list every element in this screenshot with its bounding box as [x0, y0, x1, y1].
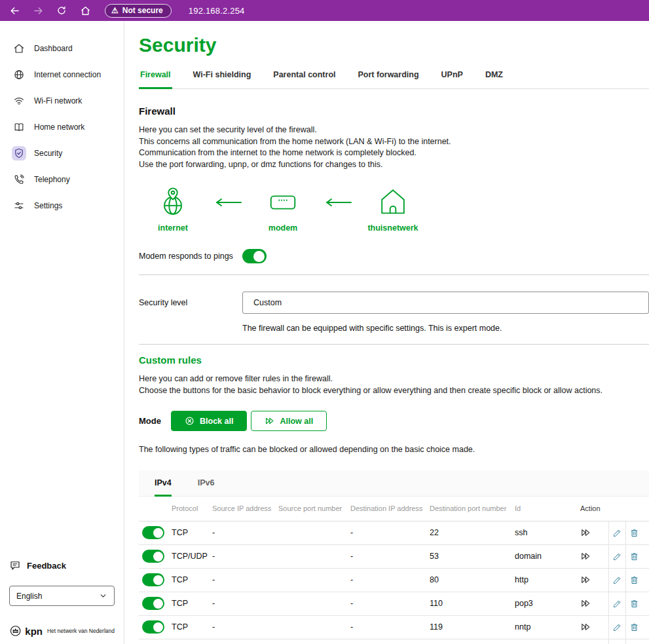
diagram-node-modem: modem — [251, 186, 314, 233]
refresh-icon — [56, 5, 67, 16]
header-destination-port: Destination port number — [430, 504, 515, 512]
circle-x-icon — [185, 416, 195, 426]
table-row: TCP - - 22 ssh — [139, 521, 649, 545]
cell-source-ip: - — [212, 545, 278, 568]
description-line: Use the port forwarding, upnp, or dmz fu… — [139, 159, 649, 171]
page-title: Security — [139, 34, 649, 56]
edit-rule-button[interactable] — [608, 592, 625, 615]
pencil-icon — [612, 552, 622, 561]
brand-name: kpn — [25, 626, 43, 637]
cell-destination-port: 80 — [430, 569, 515, 592]
address-url[interactable]: 192.168.2.254 — [189, 6, 245, 16]
cell-source-port — [278, 521, 350, 544]
network-diagram: internet modem — [141, 186, 649, 233]
rule-enabled-toggle[interactable] — [142, 620, 164, 634]
forward-button[interactable] — [31, 4, 45, 17]
delete-rule-button[interactable] — [625, 521, 642, 544]
tab-ipv4[interactable]: IPv4 — [155, 478, 172, 497]
trash-icon — [629, 528, 639, 538]
back-button[interactable] — [8, 4, 21, 17]
cell-source-port — [278, 616, 350, 639]
sidebar-item-home-network[interactable]: Home network — [0, 114, 124, 140]
diagram-label-modem: modem — [269, 223, 297, 233]
table-header-row: Protocol Source IP address Source port n… — [139, 497, 649, 521]
block-all-button[interactable]: Block all — [171, 411, 247, 431]
pencil-icon — [612, 575, 622, 585]
tab-dmz[interactable]: DMZ — [484, 65, 504, 88]
pencil-icon — [612, 599, 622, 609]
description-line: Here you can set the security level of t… — [139, 124, 649, 136]
cell-destination-port: 22 — [430, 521, 515, 544]
language-select[interactable]: English — [9, 586, 115, 606]
tab-upnp[interactable]: UPnP — [440, 65, 464, 88]
sidebar-item-security[interactable]: Security — [0, 140, 124, 166]
header-destination-ip: Destination IP address — [350, 504, 430, 512]
ping-setting-row: Modem responds to pings — [139, 249, 649, 263]
chevron-down-icon — [99, 592, 107, 600]
edit-rule-button[interactable] — [608, 616, 625, 639]
cell-destination-port: 110 — [430, 592, 515, 615]
tab-wifi-shielding[interactable]: Wi-Fi shielding — [192, 65, 253, 88]
sidebar-item-wifi-network[interactable]: Wi-Fi network — [0, 88, 124, 114]
not-secure-badge[interactable]: ⚠ Not secure — [105, 4, 172, 18]
trash-icon — [629, 622, 639, 632]
ping-toggle[interactable] — [242, 249, 267, 263]
cell-protocol: UDP — [172, 639, 212, 644]
tab-port-forwarding[interactable]: Port forwarding — [357, 65, 420, 88]
refresh-button[interactable] — [55, 4, 68, 17]
cell-destination-ip: - — [350, 639, 430, 644]
description-line: Communication from the internet to the h… — [139, 147, 649, 159]
delete-rule-button[interactable] — [625, 545, 642, 568]
delete-rule-button[interactable] — [625, 569, 642, 592]
edit-rule-button[interactable] — [608, 569, 625, 592]
feedback-button[interactable]: Feedback — [9, 559, 115, 571]
sliders-icon — [12, 199, 26, 213]
rule-enabled-toggle[interactable] — [142, 550, 164, 563]
rule-enabled-toggle[interactable] — [142, 526, 164, 539]
header-id: Id — [515, 504, 580, 512]
modem-icon — [267, 186, 299, 219]
trash-icon — [629, 575, 639, 585]
diagram-node-internet: internet — [141, 186, 204, 233]
sidebar: Dashboard Internet connection Wi-Fi netw… — [0, 21, 124, 644]
delete-rule-button[interactable] — [625, 592, 642, 615]
sidebar-item-internet-connection[interactable]: Internet connection — [0, 62, 124, 88]
sidebar-item-label: Internet connection — [34, 70, 101, 79]
brand-footer: kpn Het netwerk van Nederland — [9, 624, 115, 637]
rule-enabled-toggle[interactable] — [142, 573, 164, 586]
cell-id: ntp — [515, 639, 580, 644]
allow-all-button[interactable]: Allow all — [251, 411, 327, 431]
rule-enabled-toggle[interactable] — [142, 597, 164, 610]
cell-source-ip: - — [212, 521, 278, 544]
description-line: Choose the buttons for the basic behavio… — [139, 385, 649, 397]
tab-firewall[interactable]: Firewall — [139, 65, 172, 89]
description-line: Here you can add or remove filter rules … — [139, 373, 649, 385]
tab-parental-control[interactable]: Parental control — [272, 65, 337, 88]
sidebar-item-telephony[interactable]: Telephony — [0, 166, 124, 193]
security-level-select[interactable]: Custom — [242, 292, 649, 314]
edit-rule-button[interactable] — [608, 521, 625, 544]
trash-icon — [629, 552, 639, 561]
delete-rule-button[interactable] — [625, 616, 642, 639]
edit-rule-button[interactable] — [608, 545, 625, 568]
firewall-heading: Firewall — [139, 105, 649, 117]
diagram-label-internet: internet — [158, 223, 188, 233]
rule-action-allow-icon — [580, 569, 608, 592]
mode-label: Mode — [139, 416, 171, 426]
house-icon — [377, 186, 409, 219]
security-level-note: The firewall can be equipped with specif… — [242, 324, 649, 333]
cell-destination-ip: - — [350, 616, 430, 639]
diagram-node-thuisnetwerk: thuisnetwerk — [362, 186, 424, 233]
home-button[interactable] — [79, 4, 92, 17]
delete-rule-button[interactable] — [625, 639, 642, 644]
sidebar-item-dashboard[interactable]: Dashboard — [0, 35, 124, 62]
sidebar-item-label: Home network — [34, 123, 84, 132]
diagram-label-thuisnetwerk: thuisnetwerk — [367, 223, 418, 233]
tab-ipv6[interactable]: IPv6 — [198, 478, 215, 496]
cell-source-port — [278, 545, 350, 568]
sidebar-item-settings[interactable]: Settings — [0, 193, 124, 219]
cell-destination-ip: - — [350, 521, 430, 544]
sidebar-item-label: Dashboard — [34, 44, 73, 53]
cell-id: http — [515, 569, 580, 592]
edit-rule-button[interactable] — [608, 639, 625, 644]
